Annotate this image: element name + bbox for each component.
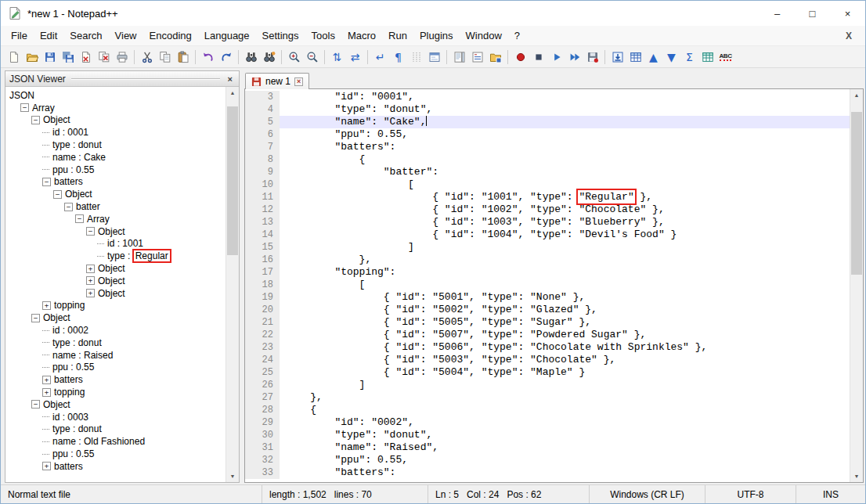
macro-record-icon[interactable] xyxy=(511,48,529,66)
tree-node[interactable]: +batters xyxy=(7,373,226,386)
editor-text-area[interactable]: 3 "id": "0001",4 "type": "donut",5 "name… xyxy=(245,89,850,482)
expand-icon[interactable]: + xyxy=(42,301,51,310)
menu-language[interactable]: Language xyxy=(198,27,256,44)
editor-line[interactable]: 27 }, xyxy=(245,391,850,404)
menu-settings[interactable]: Settings xyxy=(256,27,305,44)
close-button[interactable]: × xyxy=(830,1,865,26)
menu-encoding[interactable]: Encoding xyxy=(143,27,198,44)
collapse-icon[interactable]: − xyxy=(31,116,40,124)
editor-line[interactable]: 20 { "id": "5002", "type": "Glazed" }, xyxy=(245,304,850,316)
tree-node[interactable]: name : Raised xyxy=(7,349,226,362)
editor-line[interactable]: 15 ] xyxy=(245,241,850,254)
editor-line[interactable]: 31 "name": "Raised", xyxy=(245,441,850,454)
show-all-characters-icon[interactable]: ¶ xyxy=(389,48,407,66)
editor-line[interactable]: 10 [ xyxy=(245,178,850,191)
editor-line[interactable]: 5 "name": "Cake", xyxy=(245,116,850,128)
editor-line[interactable]: 3 "id": "0001", xyxy=(245,91,850,103)
sort-descending-icon[interactable]: ▼ xyxy=(662,48,680,66)
new-file-icon[interactable] xyxy=(5,48,23,66)
user-defined-dialog-icon[interactable] xyxy=(425,48,443,66)
menu-macro[interactable]: Macro xyxy=(341,27,382,44)
scroll-down-icon[interactable]: ▼ xyxy=(226,470,239,482)
show-indent-guide-icon[interactable] xyxy=(407,48,425,66)
sum-icon[interactable]: Σ xyxy=(680,48,698,66)
editor-line[interactable]: 32 "ppu": 0.55, xyxy=(245,454,850,466)
copy-icon[interactable] xyxy=(156,48,174,66)
expand-icon[interactable]: + xyxy=(86,289,95,297)
editor-line[interactable]: 24 { "id": "5003", "type": "Chocolate" }… xyxy=(245,354,850,366)
editor-line[interactable]: 29 "id": "0002", xyxy=(245,416,850,429)
tree-node[interactable]: ppu : 0.55 xyxy=(7,362,226,374)
save-all-icon[interactable] xyxy=(59,48,77,66)
minimize-button[interactable]: – xyxy=(760,1,795,26)
folder-as-workspace-icon[interactable] xyxy=(486,48,504,66)
replace-icon[interactable] xyxy=(260,48,278,66)
editor-line[interactable]: 18 [ xyxy=(245,279,850,291)
tree-node[interactable]: +topping xyxy=(7,386,226,398)
tree-node[interactable]: type : donut xyxy=(7,337,226,349)
tree-node[interactable]: type : donut xyxy=(7,139,226,151)
cut-icon[interactable] xyxy=(138,48,156,66)
editor-line[interactable]: 16 }, xyxy=(245,254,850,266)
tree-node[interactable]: −Object xyxy=(7,225,226,238)
tree-node[interactable]: ppu : 0.55 xyxy=(7,448,226,460)
tree-node[interactable]: name : Old Fashioned xyxy=(7,435,226,448)
scroll-up-icon[interactable]: ▲ xyxy=(226,87,239,99)
collapse-icon[interactable]: − xyxy=(31,314,40,322)
tree-node[interactable]: ppu : 0.55 xyxy=(7,164,226,176)
undo-icon[interactable] xyxy=(199,48,217,66)
menu-edit[interactable]: Edit xyxy=(34,27,63,44)
tree-node[interactable]: −Object xyxy=(7,188,226,200)
zoom-in-icon[interactable] xyxy=(285,48,303,66)
tree-node[interactable]: id : 0003 xyxy=(7,411,226,423)
macro-run-multiple-icon[interactable] xyxy=(565,48,583,66)
print-icon[interactable] xyxy=(113,48,131,66)
expand-icon[interactable]: + xyxy=(42,376,51,384)
editor-line[interactable]: 22 { "id": "5007", "type": "Powdered Sug… xyxy=(245,329,850,341)
collapse-icon[interactable]: − xyxy=(64,203,73,211)
menu-view[interactable]: View xyxy=(109,27,143,44)
close-all-icon[interactable] xyxy=(95,48,113,66)
editor-line[interactable]: 33 "batters": xyxy=(245,466,850,479)
tree-node[interactable]: +Object xyxy=(7,287,226,300)
editor-line[interactable]: 23 { "id": "5006", "type": "Chocolate wi… xyxy=(245,341,850,354)
tree-node[interactable]: −batters xyxy=(7,176,226,189)
menu-file[interactable]: File xyxy=(5,27,34,44)
close-icon[interactable] xyxy=(77,48,95,66)
editor-scroll-thumb[interactable] xyxy=(851,112,862,275)
editor-line[interactable]: 25 { "id": "5004", "type": "Maple" } xyxy=(245,366,850,379)
collapse-icon[interactable]: − xyxy=(75,214,84,223)
collapse-icon[interactable]: − xyxy=(31,400,40,409)
editor-line[interactable]: 11 { "id": "1001", "type": "Regular" }, xyxy=(245,191,850,203)
tree-scroll-thumb[interactable] xyxy=(227,106,238,255)
expand-icon[interactable]: + xyxy=(42,388,51,397)
plugin-grid-icon[interactable] xyxy=(698,48,716,66)
tree-node[interactable]: −batter xyxy=(7,200,226,213)
menu-plugins[interactable]: Plugins xyxy=(413,27,460,44)
panel-close-icon[interactable]: × xyxy=(226,74,235,84)
editor-line[interactable]: 8 { xyxy=(245,153,850,166)
editor-line[interactable]: 7 "batters": xyxy=(245,141,850,153)
menu-search[interactable]: Search xyxy=(63,27,108,44)
tree-node[interactable]: name : Cake xyxy=(7,151,226,164)
tree-node[interactable]: −Array xyxy=(7,102,226,114)
close-document-x-button[interactable]: X xyxy=(836,31,861,41)
json-tree[interactable]: JSON−Array−Objectid : 0001type : donutna… xyxy=(5,87,226,482)
plugin-table-icon[interactable] xyxy=(626,48,644,66)
macro-play-icon[interactable] xyxy=(547,48,565,66)
editor-line[interactable]: 9 "batter": xyxy=(245,166,850,178)
function-list-icon[interactable] xyxy=(468,48,486,66)
tree-node[interactable]: −Object xyxy=(7,398,226,411)
tree-node[interactable]: +Object xyxy=(7,262,226,275)
collapse-icon[interactable]: − xyxy=(53,190,62,199)
editor-line[interactable]: 12 { "id": "1002", "type": "Chocolate" }… xyxy=(245,203,850,216)
save-icon[interactable] xyxy=(41,48,59,66)
scroll-down-icon[interactable]: ▼ xyxy=(850,470,863,482)
sync-horizontal-scrolling-icon[interactable]: ⇄ xyxy=(346,48,364,66)
collapse-icon[interactable]: − xyxy=(86,227,95,236)
editor-line[interactable]: 28 { xyxy=(245,404,850,416)
plugin-import-icon[interactable] xyxy=(608,48,626,66)
spell-check-icon[interactable]: ABC xyxy=(716,48,734,66)
tree-node[interactable]: id : 0001 xyxy=(7,126,226,139)
tab-close-icon[interactable]: × xyxy=(294,77,303,86)
